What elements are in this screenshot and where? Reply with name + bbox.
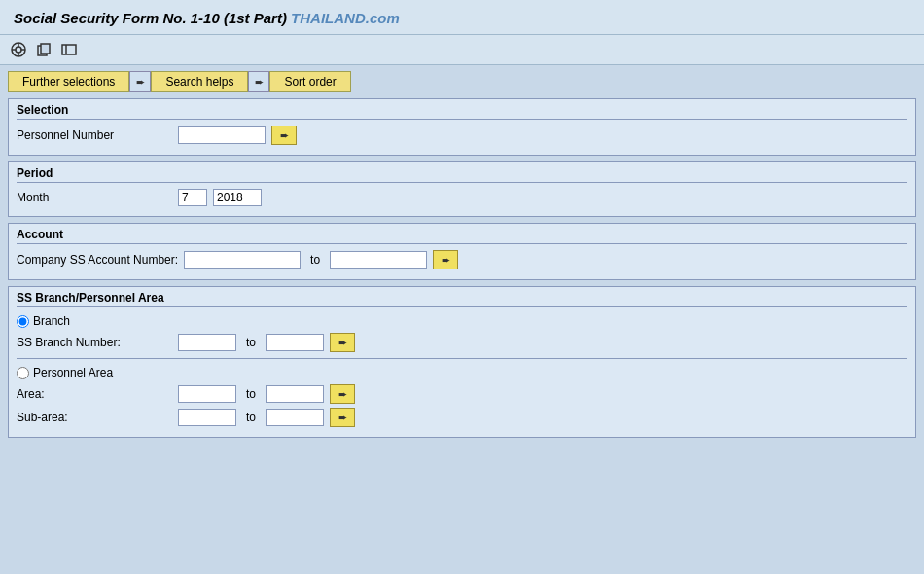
personnel-area-radio-row: Personnel Area: [17, 363, 907, 382]
svg-point-1: [16, 47, 21, 53]
company-ss-from-input[interactable]: [184, 251, 301, 269]
ss-branch-arrow-btn[interactable]: ➨: [330, 333, 355, 352]
ss-branch-section: SS Branch/Personnel Area Branch SS Branc…: [8, 286, 916, 438]
area-to-label: to: [242, 387, 260, 401]
tab-arrow-2[interactable]: ➨: [248, 71, 269, 92]
tab-arrow-1[interactable]: ➨: [129, 71, 151, 92]
tab-sort-order[interactable]: Sort order: [269, 71, 350, 92]
period-section: Period Month: [8, 161, 916, 217]
ss-branch-title: SS Branch/Personnel Area: [17, 291, 907, 307]
ss-branch-to-input[interactable]: [266, 334, 324, 351]
ss-branch-to-label: to: [242, 336, 260, 349]
toolbar: [0, 35, 924, 65]
year-value-input[interactable]: [213, 189, 262, 206]
copy-icon[interactable]: [33, 39, 54, 60]
subarea-label: Sub-area:: [17, 411, 172, 424]
personnel-area-radio[interactable]: [17, 367, 29, 379]
month-label: Month: [17, 191, 172, 204]
personnel-area-radio-label: Personnel Area: [33, 366, 113, 379]
area-arrow-btn[interactable]: ➨: [330, 384, 355, 404]
account-title: Account: [17, 228, 907, 244]
area-from-input[interactable]: [178, 385, 236, 403]
back-icon[interactable]: [8, 39, 29, 60]
subarea-row: Sub-area: to ➨: [17, 406, 907, 429]
subarea-arrow-btn[interactable]: ➨: [330, 408, 355, 427]
branch-radio[interactable]: [17, 315, 29, 328]
company-ss-to-label: to: [306, 253, 324, 267]
subarea-from-input[interactable]: [178, 409, 236, 426]
company-ss-label: Company SS Account Number:: [17, 253, 178, 267]
nav-icon[interactable]: [58, 39, 80, 60]
main-content: Selection Personnel Number ➨ Period Mont…: [0, 92, 924, 444]
tab-further-selections[interactable]: Further selections: [8, 71, 129, 92]
branch-radio-row: Branch: [17, 311, 907, 331]
svg-rect-7: [41, 44, 50, 54]
area-row: Area: to ➨: [17, 382, 907, 406]
tab-search-helps[interactable]: Search helps: [151, 71, 248, 92]
ss-branch-from-input[interactable]: [178, 334, 236, 351]
subarea-to-input[interactable]: [266, 409, 324, 426]
company-ss-to-input[interactable]: [330, 251, 427, 269]
company-ss-row: Company SS Account Number: to ➨: [17, 248, 907, 271]
selection-title: Selection: [17, 103, 907, 120]
area-to-input[interactable]: [266, 385, 324, 403]
ss-branch-number-row: SS Branch Number: to ➨: [17, 331, 907, 354]
ss-branch-number-label: SS Branch Number:: [17, 336, 172, 349]
tabs-bar: Further selections ➨ Search helps ➨ Sort…: [0, 65, 924, 92]
selection-section: Selection Personnel Number ➨: [8, 98, 916, 156]
main-title: Social Security Form No. 1-10 (1st Part): [14, 10, 287, 26]
subarea-to-label: to: [242, 411, 260, 424]
month-row: Month: [17, 187, 907, 208]
personnel-number-row: Personnel Number ➨: [17, 124, 907, 147]
personnel-number-arrow-btn[interactable]: ➨: [271, 126, 297, 145]
account-section: Account Company SS Account Number: to ➨: [8, 223, 916, 280]
svg-rect-8: [62, 45, 76, 54]
company-ss-arrow-btn[interactable]: ➨: [433, 250, 458, 269]
period-title: Period: [17, 166, 907, 183]
month-value-input[interactable]: [178, 189, 207, 206]
divider: [17, 358, 907, 359]
personnel-number-label: Personnel Number: [17, 128, 172, 142]
personnel-number-input[interactable]: [178, 126, 266, 144]
title-bar: Social Security Form No. 1-10 (1st Part)…: [0, 0, 924, 35]
brand-title: THAILAND.com: [291, 10, 400, 26]
branch-radio-label: Branch: [33, 314, 70, 328]
area-label: Area:: [17, 387, 172, 401]
